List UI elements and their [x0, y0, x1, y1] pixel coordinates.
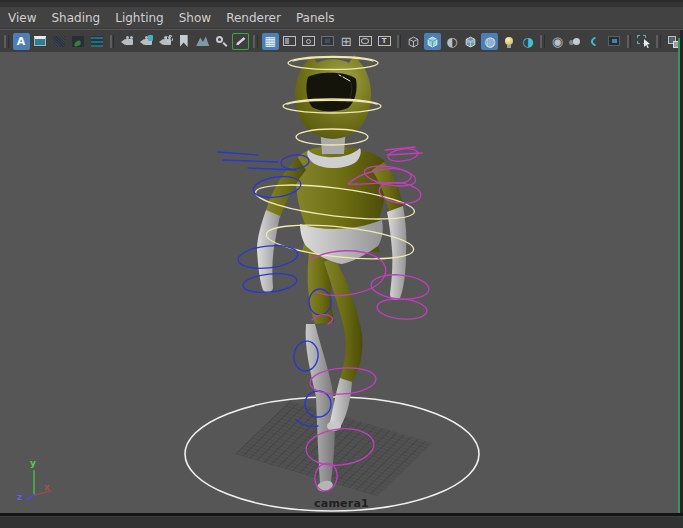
- field-chart-icon: ⊞: [341, 35, 352, 48]
- grid-button[interactable]: ▦: [262, 33, 279, 50]
- antialiasing-button[interactable]: [587, 33, 604, 50]
- menu-shading[interactable]: Shading: [51, 11, 100, 25]
- panel-menu-bar: View Shading Lighting Show Renderer Pane…: [0, 7, 683, 29]
- pencil-icon: [235, 36, 245, 45]
- camera-attributes-button[interactable]: [156, 33, 173, 50]
- motion-blur-button[interactable]: [568, 33, 585, 50]
- motion-blur-icon: [573, 38, 580, 45]
- gate-mask-icon: [321, 36, 334, 46]
- grease-pencil-button[interactable]: [232, 33, 249, 50]
- paint-texture-button[interactable]: [70, 33, 87, 50]
- menu-panels[interactable]: Panels: [296, 11, 335, 25]
- toolbar-separator: [4, 35, 9, 48]
- shaded-cube-icon: [426, 35, 439, 48]
- textured-sphere-icon: ◍: [484, 35, 495, 48]
- film-gate-icon: [283, 36, 296, 46]
- resolution-gate-button[interactable]: [300, 33, 317, 50]
- crescent-icon: [589, 35, 602, 48]
- wireframe-button[interactable]: [405, 33, 422, 50]
- striped-texture-button[interactable]: [89, 33, 106, 50]
- safe-title-button[interactable]: T: [376, 33, 393, 50]
- stripes-texture-icon: [91, 36, 103, 47]
- scene-3d: y x z: [0, 52, 683, 513]
- pane-icon: [34, 36, 46, 46]
- maya-viewport-panel: View Shading Lighting Show Renderer Pane…: [0, 0, 683, 528]
- panel-toolbar: A ▦ ⊞ T ◐ ◍ ◑ ◉: [0, 30, 683, 52]
- textured-button[interactable]: ◍: [481, 33, 498, 50]
- toolbar-separator: [253, 35, 258, 48]
- pane-view-button[interactable]: [32, 33, 49, 50]
- menu-view[interactable]: View: [8, 11, 36, 25]
- letter-a-button[interactable]: A: [13, 33, 30, 50]
- gate-mask-button[interactable]: [319, 33, 336, 50]
- safe-action-icon: [359, 36, 372, 46]
- smooth-shade-button[interactable]: [424, 33, 441, 50]
- viewport-canvas[interactable]: y x z camera1: [0, 52, 683, 513]
- lights-button[interactable]: [500, 33, 517, 50]
- pan-zoom-button[interactable]: [213, 33, 230, 50]
- noise-texture-icon: [53, 36, 65, 47]
- toolbar-separator: [110, 35, 115, 48]
- wireframe-on-shaded-button[interactable]: [462, 33, 479, 50]
- lock-camera-button[interactable]: [137, 33, 154, 50]
- resolution-gate-icon: [302, 36, 315, 46]
- isolate-select-icon: [637, 34, 651, 48]
- toolbar-separator: [397, 35, 402, 48]
- image-plane-icon: [196, 36, 209, 46]
- menu-lighting[interactable]: Lighting: [115, 11, 164, 25]
- safe-action-button[interactable]: [357, 33, 374, 50]
- leaf-texture-icon: [72, 36, 84, 47]
- film-gate-button[interactable]: [281, 33, 298, 50]
- axis-x-label: x: [44, 482, 50, 492]
- menu-renderer[interactable]: Renderer: [226, 11, 281, 25]
- wire-on-shaded-cube-icon: [464, 35, 477, 48]
- window-top-strip: [0, 0, 683, 7]
- magnifier-icon: [215, 35, 228, 48]
- bookmark-icon: [180, 35, 188, 47]
- toolbar-separator: [627, 35, 632, 48]
- safe-title-icon: T: [378, 36, 391, 46]
- dark-texture-button[interactable]: [51, 33, 68, 50]
- image-plane-button[interactable]: [194, 33, 211, 50]
- camera-gear-icon: [158, 35, 172, 48]
- shadow-sphere-icon: ◑: [522, 35, 533, 48]
- select-camera-button[interactable]: [118, 33, 135, 50]
- shadows-button[interactable]: ◑: [519, 33, 536, 50]
- wireframe-cube-icon: [407, 35, 420, 48]
- grid-icon: ▦: [265, 35, 276, 47]
- default-material-button[interactable]: ◐: [443, 33, 460, 50]
- ssao-button[interactable]: ◉: [549, 33, 566, 50]
- depth-of-field-icon: [608, 36, 620, 46]
- axis-y-label: y: [30, 458, 36, 468]
- letter-a-icon: A: [17, 36, 26, 47]
- panel-bottom-edge: [0, 516, 683, 528]
- isolate-select-button[interactable]: [635, 33, 652, 50]
- light-bulb-icon: [505, 37, 513, 45]
- menu-show[interactable]: Show: [179, 11, 211, 25]
- toolbar-separator: [656, 35, 661, 48]
- camera-lock-icon: [139, 35, 153, 48]
- toolbar-separator: [540, 35, 545, 48]
- bookmarks-button[interactable]: [175, 33, 192, 50]
- half-sphere-icon: ◐: [446, 35, 457, 48]
- depth-of-field-button[interactable]: [606, 33, 623, 50]
- field-chart-button[interactable]: ⊞: [338, 33, 355, 50]
- camera-name-label: camera1: [0, 497, 683, 510]
- ao-sphere-icon: ◉: [552, 35, 563, 48]
- camera-icon: [120, 35, 134, 48]
- axis-gizmo: y x z: [17, 458, 51, 502]
